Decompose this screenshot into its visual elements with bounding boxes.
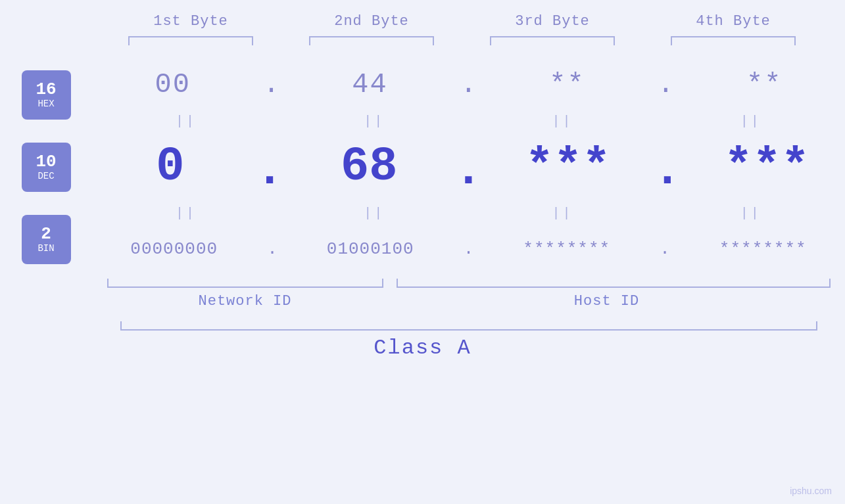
header-byte2: 2nd Byte: [299, 13, 444, 30]
eq1-b3: ||: [491, 114, 635, 129]
hex-b4: **: [746, 69, 782, 101]
dec-b1-cell: 0: [98, 140, 243, 194]
bin-badge-num: 2: [41, 225, 51, 244]
bin-dot2: .: [464, 239, 474, 259]
class-bar: [120, 321, 817, 331]
bin-b1-cell: 00000000: [102, 239, 247, 259]
bin-b2-cell: 01000100: [298, 239, 443, 259]
watermark: ipshu.com: [790, 486, 832, 496]
eq1-b1: ||: [114, 114, 258, 129]
dec-dot3: .: [653, 144, 681, 203]
hex-badge-base: HEX: [37, 99, 54, 109]
id-labels: Network ID Host ID: [107, 293, 831, 309]
hex-b3: **: [549, 69, 585, 101]
network-bracket: [107, 279, 383, 288]
host-bracket: [397, 279, 831, 288]
eq2-b4: ||: [679, 206, 823, 221]
host-id-label: Host ID: [383, 293, 831, 309]
equals-row-2: || || || ||: [92, 203, 845, 223]
bracket-2: [309, 36, 434, 45]
dec-b3: ***: [525, 140, 611, 194]
eq1-b2: ||: [302, 114, 447, 129]
content-area: 16 HEX 10 DEC 2 BIN 00 . 44: [0, 58, 845, 275]
hex-badge: 16 HEX: [22, 70, 71, 120]
bin-b3-cell: ********: [495, 239, 639, 259]
dec-b2-cell: 68: [297, 140, 441, 194]
bin-dot1: .: [267, 239, 278, 259]
dec-b2: 68: [341, 140, 397, 194]
header-byte3: 3rd Byte: [480, 13, 625, 30]
bin-b4-cell: ********: [690, 239, 835, 259]
dec-badge: 10 DEC: [22, 143, 71, 192]
hex-b2: 44: [352, 69, 387, 101]
hex-dot2: .: [460, 69, 477, 101]
bin-b3: ********: [523, 239, 610, 259]
equals-row-1: || || || ||: [92, 111, 845, 131]
dec-b4: ***: [724, 140, 809, 194]
bottom-bracket-area: Network ID Host ID: [107, 279, 831, 309]
header-byte4: 4th Byte: [661, 13, 806, 30]
eq2-b2: ||: [302, 206, 447, 221]
bin-b1: 00000000: [130, 239, 218, 259]
dec-row: 0 . 68 . *** . ***: [92, 131, 845, 203]
dec-b4-cell: ***: [694, 140, 839, 194]
bin-b4: ********: [719, 239, 807, 259]
top-brackets: [101, 36, 824, 45]
class-label: Class A: [374, 336, 471, 360]
bin-row: 00000000 . 01000100 . ******** . *******…: [92, 223, 845, 275]
bottom-brackets: [107, 279, 831, 288]
bracket-4: [671, 36, 796, 45]
dec-dot1: .: [255, 144, 283, 203]
labels-column: 16 HEX 10 DEC 2 BIN: [0, 58, 92, 275]
bin-badge-base: BIN: [37, 243, 54, 254]
dec-badge-base: DEC: [37, 171, 54, 181]
hex-b1: 00: [155, 69, 190, 101]
eq1-b4: ||: [679, 114, 823, 129]
bracket-1: [128, 36, 253, 45]
dec-b3-cell: ***: [496, 140, 640, 194]
header-byte1: 1st Byte: [118, 13, 263, 30]
bin-badge: 2 BIN: [22, 215, 71, 264]
bin-dot3: .: [660, 239, 670, 259]
bin-b2: 01000100: [327, 239, 414, 259]
bytes-grid: 00 . 44 . ** . ** || || || ||: [92, 58, 845, 275]
dec-b1: 0: [156, 140, 184, 194]
hex-badge-num: 16: [36, 80, 56, 99]
bracket-3: [490, 36, 615, 45]
main-container: 1st Byte 2nd Byte 3rd Byte 4th Byte 16 H…: [0, 0, 845, 504]
hex-b4-cell: **: [692, 69, 836, 101]
dec-badge-num: 10: [36, 152, 56, 172]
eq2-b3: ||: [491, 206, 635, 221]
hex-dot1: .: [263, 69, 279, 101]
hex-b2-cell: 44: [298, 69, 443, 101]
dec-dot2: .: [454, 144, 483, 203]
network-id-label: Network ID: [107, 293, 383, 309]
hex-b3-cell: **: [495, 69, 639, 101]
byte-headers: 1st Byte 2nd Byte 3rd Byte 4th Byte: [101, 13, 824, 30]
hex-row: 00 . 44 . ** . **: [92, 58, 845, 111]
hex-b1-cell: 00: [101, 69, 245, 101]
hex-dot3: .: [658, 69, 674, 101]
bracket-gap: [383, 279, 397, 288]
eq2-b1: ||: [114, 206, 258, 221]
